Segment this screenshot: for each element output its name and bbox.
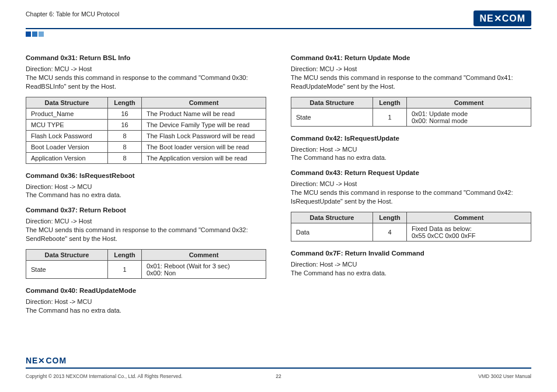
cmd-0x43-section: Command 0x43: Return Request Update Dire… [291,169,531,242]
cmd41-table: Data Structure Length Comment State 1 0x… [291,97,531,127]
cmd-description: Direction: MCU -> Host The MCU sends thi… [26,217,266,243]
chapter-title: Chapter 6: Table for MCU Protocol [26,10,119,18]
cmd37-table: Data Structure Length Comment State 1 0x… [26,249,266,279]
cmd-0x36-section: Command 0x36: IsRequestReboot Direction:… [26,172,266,200]
right-column: Command 0x41: Return Update Mode Directi… [291,54,531,321]
table-row: Boot Loader Version8The Boot loader vers… [26,141,266,152]
cmd-description: Direction: Host -> MCU The Command has n… [26,183,266,200]
cmd-description: Direction: Host -> MCU The Command has n… [26,298,266,315]
cmd-title: Command 0x42: IsRequestUpdate [291,135,531,142]
cmd-0x42-section: Command 0x42: IsRequestUpdate Direction:… [291,135,531,163]
table-row: State 1 0x01: Update mode0x00: Normal mo… [291,108,531,126]
cmd31-table: Data Structure Length Comment Product_Na… [26,97,266,164]
cmd-title: Command 0x41: Return Update Mode [291,54,531,61]
footer-logo: NE✕COM [26,356,67,365]
footer-divider [26,368,531,369]
cmd-description: Direction: MCU -> Host The MCU sends thi… [291,180,531,206]
page-footer: Copyright © 2013 NEXCOM International Co… [26,373,531,379]
cmd43-table: Data Structure Length Comment Data 4 Fix… [291,212,531,242]
copyright-text: Copyright © 2013 NEXCOM International Co… [26,373,194,379]
nexcom-logo: NE✕COM [474,10,531,26]
table-row: Flash Lock Password8The Flash Lock Passw… [26,130,266,141]
table-header-row: Data Structure Length Comment [291,212,531,223]
cmd-title: Command 0x43: Return Request Update [291,169,531,176]
table-row: Application Version8The Application vers… [26,152,266,163]
cmd-description: Direction: Host -> MCU The Command has n… [291,260,531,278]
manual-name: VMD 3002 User Manual [363,373,531,379]
cmd-title: Command 0x37: Return Reboot [26,206,266,214]
cmd-description: Direction: MCU -> Host The MCU sends thi… [26,65,266,91]
cmd-description: Direction: MCU -> Host The MCU sends thi… [291,65,531,91]
cmd-0x40-section: Command 0x40: ReadUpdateMode Direction: … [26,287,266,315]
cmd-title: Command 0x40: ReadUpdateMode [26,287,266,294]
cmd-title: Command 0x31: Return BSL Info [26,54,266,61]
cmd-title: Command 0x36: IsRequestReboot [26,172,266,179]
left-column: Command 0x31: Return BSL Info Direction:… [26,54,266,321]
header-divider [26,28,531,29]
table-header-row: Data Structure Length Comment [26,249,266,260]
table-row: Data 4 Fixed Data as below:0x55 0xCC 0x0… [291,223,531,241]
table-row: State 1 0x01: Reboot (Wait for 3 sec)0x0… [26,260,266,278]
table-header-row: Data Structure Length Comment [26,97,266,108]
cmd-title: Command 0x7F: Return Invalid Command [291,250,531,257]
cmd-0x31-section: Command 0x31: Return BSL Info Direction:… [26,54,266,164]
table-row: Product_Name16The Product Name will be r… [26,108,266,119]
cmd-description: Direction: Host -> MCU The Command has n… [291,145,531,163]
decorative-squares [26,31,531,38]
cmd-0x7f-section: Command 0x7F: Return Invalid Command Dir… [291,250,531,278]
page-number: 22 [194,373,363,379]
table-row: MCU TYPE16The Device Family Type will be… [26,119,266,130]
cmd-0x41-section: Command 0x41: Return Update Mode Directi… [291,54,531,127]
content-columns: Command 0x31: Return BSL Info Direction:… [26,54,531,321]
page-header: Chapter 6: Table for MCU Protocol NE✕COM [26,10,531,27]
table-header-row: Data Structure Length Comment [291,97,531,108]
cmd-0x37-section: Command 0x37: Return Reboot Direction: M… [26,206,266,279]
